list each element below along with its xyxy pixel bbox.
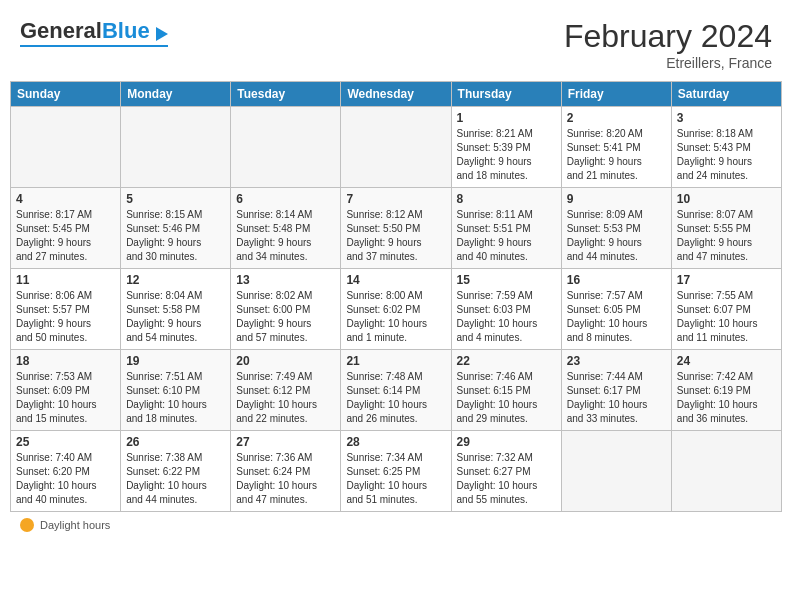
calendar-cell: 25Sunrise: 7:40 AM Sunset: 6:20 PM Dayli…: [11, 431, 121, 512]
month-year-title: February 2024: [564, 18, 772, 55]
calendar-cell: 16Sunrise: 7:57 AM Sunset: 6:05 PM Dayli…: [561, 269, 671, 350]
daylight-label: Daylight hours: [40, 519, 110, 531]
day-number: 22: [457, 354, 556, 368]
day-number: 10: [677, 192, 776, 206]
calendar-cell: 6Sunrise: 8:14 AM Sunset: 5:48 PM Daylig…: [231, 188, 341, 269]
day-number: 18: [16, 354, 115, 368]
calendar-header-tuesday: Tuesday: [231, 82, 341, 107]
page-container: GeneralBlue February 2024 Etreillers, Fr…: [10, 10, 782, 532]
day-info: Sunrise: 8:06 AM Sunset: 5:57 PM Dayligh…: [16, 289, 115, 345]
day-number: 3: [677, 111, 776, 125]
day-info: Sunrise: 8:12 AM Sunset: 5:50 PM Dayligh…: [346, 208, 445, 264]
day-number: 26: [126, 435, 225, 449]
day-info: Sunrise: 7:49 AM Sunset: 6:12 PM Dayligh…: [236, 370, 335, 426]
day-number: 16: [567, 273, 666, 287]
day-number: 19: [126, 354, 225, 368]
day-number: 8: [457, 192, 556, 206]
day-info: Sunrise: 7:57 AM Sunset: 6:05 PM Dayligh…: [567, 289, 666, 345]
logo: GeneralBlue: [20, 18, 168, 47]
calendar-cell: [11, 107, 121, 188]
day-info: Sunrise: 8:07 AM Sunset: 5:55 PM Dayligh…: [677, 208, 776, 264]
calendar-cell: 26Sunrise: 7:38 AM Sunset: 6:22 PM Dayli…: [121, 431, 231, 512]
day-number: 4: [16, 192, 115, 206]
day-info: Sunrise: 7:38 AM Sunset: 6:22 PM Dayligh…: [126, 451, 225, 507]
calendar-week-4: 25Sunrise: 7:40 AM Sunset: 6:20 PM Dayli…: [11, 431, 782, 512]
calendar-cell: 29Sunrise: 7:32 AM Sunset: 6:27 PM Dayli…: [451, 431, 561, 512]
calendar-cell: [671, 431, 781, 512]
day-number: 13: [236, 273, 335, 287]
day-info: Sunrise: 8:15 AM Sunset: 5:46 PM Dayligh…: [126, 208, 225, 264]
day-number: 24: [677, 354, 776, 368]
calendar-footer: Daylight hours: [10, 518, 782, 532]
day-info: Sunrise: 8:00 AM Sunset: 6:02 PM Dayligh…: [346, 289, 445, 345]
title-block: February 2024 Etreillers, France: [564, 18, 772, 71]
day-number: 29: [457, 435, 556, 449]
day-number: 15: [457, 273, 556, 287]
calendar-cell: 9Sunrise: 8:09 AM Sunset: 5:53 PM Daylig…: [561, 188, 671, 269]
calendar-cell: 2Sunrise: 8:20 AM Sunset: 5:41 PM Daylig…: [561, 107, 671, 188]
day-number: 9: [567, 192, 666, 206]
calendar-header-friday: Friday: [561, 82, 671, 107]
calendar-cell: 28Sunrise: 7:34 AM Sunset: 6:25 PM Dayli…: [341, 431, 451, 512]
day-number: 23: [567, 354, 666, 368]
day-info: Sunrise: 8:04 AM Sunset: 5:58 PM Dayligh…: [126, 289, 225, 345]
logo-arrow-icon: [156, 27, 168, 41]
calendar-week-0: 1Sunrise: 8:21 AM Sunset: 5:39 PM Daylig…: [11, 107, 782, 188]
day-number: 7: [346, 192, 445, 206]
day-number: 20: [236, 354, 335, 368]
day-info: Sunrise: 7:55 AM Sunset: 6:07 PM Dayligh…: [677, 289, 776, 345]
day-info: Sunrise: 7:48 AM Sunset: 6:14 PM Dayligh…: [346, 370, 445, 426]
day-number: 12: [126, 273, 225, 287]
calendar-cell: 3Sunrise: 8:18 AM Sunset: 5:43 PM Daylig…: [671, 107, 781, 188]
calendar-cell: [341, 107, 451, 188]
page-header: GeneralBlue February 2024 Etreillers, Fr…: [10, 10, 782, 77]
day-info: Sunrise: 7:40 AM Sunset: 6:20 PM Dayligh…: [16, 451, 115, 507]
day-info: Sunrise: 7:44 AM Sunset: 6:17 PM Dayligh…: [567, 370, 666, 426]
calendar-cell: 10Sunrise: 8:07 AM Sunset: 5:55 PM Dayli…: [671, 188, 781, 269]
calendar-cell: 22Sunrise: 7:46 AM Sunset: 6:15 PM Dayli…: [451, 350, 561, 431]
calendar-week-3: 18Sunrise: 7:53 AM Sunset: 6:09 PM Dayli…: [11, 350, 782, 431]
day-number: 11: [16, 273, 115, 287]
calendar-header-wednesday: Wednesday: [341, 82, 451, 107]
calendar-header-saturday: Saturday: [671, 82, 781, 107]
calendar-cell: 13Sunrise: 8:02 AM Sunset: 6:00 PM Dayli…: [231, 269, 341, 350]
day-number: 25: [16, 435, 115, 449]
calendar-cell: 5Sunrise: 8:15 AM Sunset: 5:46 PM Daylig…: [121, 188, 231, 269]
calendar-cell: 24Sunrise: 7:42 AM Sunset: 6:19 PM Dayli…: [671, 350, 781, 431]
calendar-cell: 21Sunrise: 7:48 AM Sunset: 6:14 PM Dayli…: [341, 350, 451, 431]
day-info: Sunrise: 7:42 AM Sunset: 6:19 PM Dayligh…: [677, 370, 776, 426]
day-info: Sunrise: 8:09 AM Sunset: 5:53 PM Dayligh…: [567, 208, 666, 264]
calendar-header-thursday: Thursday: [451, 82, 561, 107]
day-number: 14: [346, 273, 445, 287]
logo-general: General: [20, 18, 102, 43]
calendar-cell: 4Sunrise: 8:17 AM Sunset: 5:45 PM Daylig…: [11, 188, 121, 269]
day-info: Sunrise: 8:02 AM Sunset: 6:00 PM Dayligh…: [236, 289, 335, 345]
calendar-cell: 20Sunrise: 7:49 AM Sunset: 6:12 PM Dayli…: [231, 350, 341, 431]
calendar-cell: 23Sunrise: 7:44 AM Sunset: 6:17 PM Dayli…: [561, 350, 671, 431]
day-number: 2: [567, 111, 666, 125]
day-info: Sunrise: 8:20 AM Sunset: 5:41 PM Dayligh…: [567, 127, 666, 183]
calendar-table: SundayMondayTuesdayWednesdayThursdayFrid…: [10, 81, 782, 512]
calendar-cell: 8Sunrise: 8:11 AM Sunset: 5:51 PM Daylig…: [451, 188, 561, 269]
day-number: 28: [346, 435, 445, 449]
calendar-cell: [121, 107, 231, 188]
calendar-header-sunday: Sunday: [11, 82, 121, 107]
calendar-cell: 14Sunrise: 8:00 AM Sunset: 6:02 PM Dayli…: [341, 269, 451, 350]
day-info: Sunrise: 7:51 AM Sunset: 6:10 PM Dayligh…: [126, 370, 225, 426]
day-info: Sunrise: 7:53 AM Sunset: 6:09 PM Dayligh…: [16, 370, 115, 426]
day-info: Sunrise: 8:18 AM Sunset: 5:43 PM Dayligh…: [677, 127, 776, 183]
day-info: Sunrise: 7:59 AM Sunset: 6:03 PM Dayligh…: [457, 289, 556, 345]
logo-blue: Blue: [102, 18, 150, 43]
day-info: Sunrise: 7:36 AM Sunset: 6:24 PM Dayligh…: [236, 451, 335, 507]
calendar-week-2: 11Sunrise: 8:06 AM Sunset: 5:57 PM Dayli…: [11, 269, 782, 350]
calendar-cell: 15Sunrise: 7:59 AM Sunset: 6:03 PM Dayli…: [451, 269, 561, 350]
calendar-cell: 17Sunrise: 7:55 AM Sunset: 6:07 PM Dayli…: [671, 269, 781, 350]
location-subtitle: Etreillers, France: [564, 55, 772, 71]
day-info: Sunrise: 7:34 AM Sunset: 6:25 PM Dayligh…: [346, 451, 445, 507]
calendar-cell: 27Sunrise: 7:36 AM Sunset: 6:24 PM Dayli…: [231, 431, 341, 512]
calendar-cell: 11Sunrise: 8:06 AM Sunset: 5:57 PM Dayli…: [11, 269, 121, 350]
day-info: Sunrise: 7:46 AM Sunset: 6:15 PM Dayligh…: [457, 370, 556, 426]
day-number: 21: [346, 354, 445, 368]
calendar-cell: 18Sunrise: 7:53 AM Sunset: 6:09 PM Dayli…: [11, 350, 121, 431]
calendar-header-monday: Monday: [121, 82, 231, 107]
